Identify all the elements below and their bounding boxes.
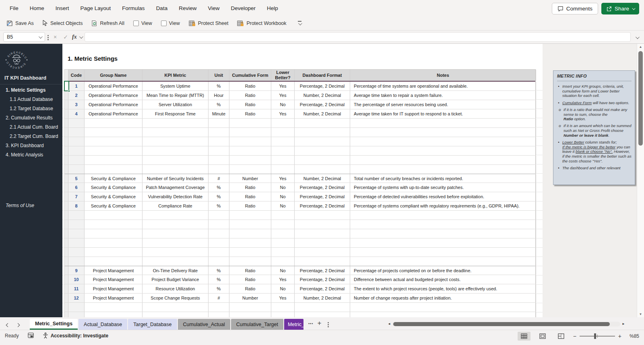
- empty-dashboard-format-cell[interactable]: [295, 220, 350, 229]
- dashboard-format-cell[interactable]: Percentage, 2 Decimal: [295, 275, 350, 284]
- empty-group-name-cell[interactable]: [85, 119, 142, 127]
- kpi-metric-cell[interactable]: Server Utilization: [142, 100, 208, 109]
- empty-dashboard-format-cell[interactable]: [295, 229, 350, 238]
- table-row[interactable]: 3Operational PerformanceServer Utilizati…: [65, 100, 535, 109]
- group-name-cell[interactable]: Project Management: [85, 275, 142, 284]
- unit-cell[interactable]: %: [208, 183, 229, 192]
- menu-item-review[interactable]: Review: [175, 3, 200, 14]
- empty-notes-cell[interactable]: [350, 312, 536, 317]
- code-cell[interactable]: 10: [68, 275, 85, 284]
- empty-group-name-cell[interactable]: [85, 128, 142, 137]
- cumulative-form-cell[interactable]: Ratio: [229, 91, 271, 100]
- next-sheet-icon[interactable]: [16, 323, 20, 327]
- dashboard-format-cell[interactable]: Percentage, 2 Decimal: [295, 192, 350, 201]
- empty-kpi-metric-cell[interactable]: [142, 146, 208, 155]
- notes-cell[interactable]: Difference between actual and budgeted p…: [350, 275, 536, 284]
- empty-unit-cell[interactable]: [208, 211, 229, 220]
- empty-dashboard-format-cell[interactable]: [295, 165, 350, 174]
- cumulative-form-cell[interactable]: Ratio: [229, 266, 271, 275]
- empty-unit-cell[interactable]: [208, 156, 229, 164]
- protect-workbook-button[interactable]: Protect Workbook: [237, 20, 286, 27]
- code-cell[interactable]: 3: [68, 100, 85, 109]
- empty-dashboard-format-cell[interactable]: [295, 303, 350, 312]
- group-name-cell[interactable]: Operational Performance: [85, 91, 142, 100]
- unit-cell[interactable]: Minute: [208, 109, 229, 118]
- group-name-cell[interactable]: Security & Compliance: [85, 201, 142, 210]
- empty-table-row[interactable]: [65, 119, 535, 128]
- empty-code-cell[interactable]: [68, 312, 85, 317]
- dashboard-format-cell[interactable]: Number, 2 Decimal: [295, 91, 350, 100]
- horizontal-scrollbar[interactable]: ◄ ►: [388, 321, 625, 327]
- empty-cumulative-form-cell[interactable]: [229, 156, 271, 164]
- formula-input[interactable]: [85, 32, 631, 42]
- unit-cell[interactable]: #: [208, 294, 229, 302]
- empty-code-cell[interactable]: [68, 128, 85, 137]
- empty-dashboard-format-cell[interactable]: [295, 156, 350, 164]
- empty-lower-better-cell[interactable]: [271, 211, 295, 220]
- empty-table-row[interactable]: [65, 220, 535, 229]
- group-name-cell[interactable]: Operational Performance: [85, 109, 142, 118]
- empty-unit-cell[interactable]: [208, 312, 229, 317]
- empty-dashboard-format-cell[interactable]: [295, 119, 350, 127]
- sidebar-item-1-metric-settings[interactable]: 1. Metric Settings: [0, 86, 62, 95]
- empty-kpi-metric-cell[interactable]: [142, 303, 208, 312]
- table-row[interactable]: 1Operational PerformanceSystem Uptime%Ra…: [65, 82, 535, 91]
- sheet-tab-cumulative-actual[interactable]: Cumulative_Actual: [178, 319, 230, 330]
- table-row[interactable]: 7Security & ComplianceVulnerability Dete…: [65, 192, 535, 201]
- empty-notes-cell[interactable]: [350, 137, 536, 146]
- lower-better-cell[interactable]: No: [271, 100, 295, 109]
- sidebar-item-4-metric-analysis[interactable]: 4. Metric Analysis: [0, 150, 62, 160]
- empty-unit-cell[interactable]: [208, 303, 229, 312]
- menu-item-home[interactable]: Home: [26, 3, 48, 14]
- menu-item-view[interactable]: View: [204, 3, 223, 14]
- more-tabs-button[interactable]: •••: [308, 322, 313, 326]
- table-row[interactable]: 11Project ManagementResource Utilization…: [65, 284, 535, 294]
- hscroll-right-icon[interactable]: ►: [622, 322, 625, 326]
- empty-group-name-cell[interactable]: [85, 248, 142, 257]
- empty-unit-cell[interactable]: [208, 128, 229, 137]
- notes-cell[interactable]: Percentage of projects completed on or b…: [350, 266, 536, 275]
- notes-cell[interactable]: Percentage of detected vulnerabilities r…: [350, 192, 536, 201]
- table-row[interactable]: 10Project ManagementProject Budget Varia…: [65, 275, 535, 284]
- notes-cell[interactable]: Number of change requests after project …: [350, 294, 536, 302]
- empty-group-name-cell[interactable]: [85, 312, 142, 317]
- cumulative-form-cell[interactable]: Ratio: [229, 192, 271, 201]
- cumulative-form-cell[interactable]: Ratio: [229, 100, 271, 109]
- dashboard-format-cell[interactable]: Number, 2 Decimal: [295, 294, 350, 302]
- enter-button[interactable]: ✓: [62, 34, 70, 40]
- empty-lower-better-cell[interactable]: [271, 156, 295, 164]
- lower-better-cell[interactable]: Yes: [271, 174, 295, 183]
- empty-notes-cell[interactable]: [350, 220, 536, 229]
- empty-table-row[interactable]: [65, 165, 535, 174]
- empty-dashboard-format-cell[interactable]: [295, 248, 350, 257]
- share-button[interactable]: Share: [601, 3, 639, 14]
- notes-cell[interactable]: Total number of security breaches or inc…: [350, 174, 536, 183]
- notes-cell[interactable]: Percentage of systems compliant with reg…: [350, 201, 536, 210]
- zoom-slider[interactable]: [580, 336, 615, 337]
- sheet-tab-target-database[interactable]: Target_Database: [128, 319, 177, 330]
- code-cell[interactable]: 1: [68, 82, 85, 90]
- empty-cumulative-form-cell[interactable]: [229, 229, 271, 238]
- sidebar-item-2-2-target-cum-board[interactable]: 2.2 Target Cum. Board: [0, 132, 62, 141]
- toolbar-collapse-button[interactable]: [298, 21, 301, 25]
- empty-notes-cell[interactable]: [350, 165, 536, 174]
- kpi-metric-cell[interactable]: Scope Change Requests: [142, 294, 208, 302]
- scroll-up-icon[interactable]: ▲: [637, 45, 644, 49]
- empty-code-cell[interactable]: [68, 229, 85, 238]
- kpi-metric-cell[interactable]: On-Time Delivery Rate: [142, 266, 208, 275]
- menu-item-help[interactable]: Help: [263, 3, 282, 14]
- empty-notes-cell[interactable]: [350, 146, 536, 155]
- kpi-metric-cell[interactable]: Patch Management Coverage: [142, 183, 208, 192]
- unit-cell[interactable]: %: [208, 100, 229, 109]
- empty-kpi-metric-cell[interactable]: [142, 119, 208, 127]
- empty-group-name-cell[interactable]: [85, 303, 142, 312]
- empty-notes-cell[interactable]: [350, 257, 536, 266]
- dashboard-format-cell[interactable]: Percentage, 2 Decimal: [295, 201, 350, 210]
- tab-options-button[interactable]: [328, 318, 329, 325]
- lower-better-cell[interactable]: No: [271, 266, 295, 275]
- empty-cumulative-form-cell[interactable]: [229, 248, 271, 257]
- sidebar-item-1-2-target-database[interactable]: 1.2 Target Database: [0, 104, 62, 113]
- table-row[interactable]: 5Security & ComplianceNumber of Security…: [65, 174, 535, 183]
- empty-notes-cell[interactable]: [350, 303, 536, 312]
- empty-kpi-metric-cell[interactable]: [142, 257, 208, 266]
